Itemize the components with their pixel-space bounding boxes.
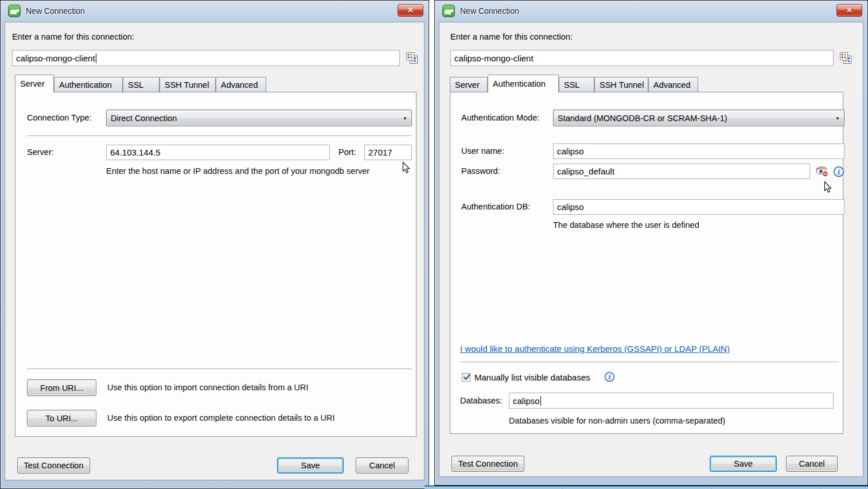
to-uri-button[interactable]: To URI... (27, 410, 96, 426)
titlebar[interactable]: New Connection ✕ (435, 1, 867, 22)
tab-ssl[interactable]: SSL (123, 77, 159, 92)
show-password-eye-icon[interactable] (814, 165, 829, 180)
tab-server[interactable]: Server (450, 77, 488, 92)
close-icon: ✕ (407, 6, 414, 14)
auth-db-value: calipso (557, 202, 584, 212)
titlebar[interactable]: New Connection ✕ (1, 1, 429, 22)
close-button[interactable]: ✕ (398, 4, 423, 17)
window-title: New Connection (460, 1, 519, 22)
test-connection-button[interactable]: Test Connection (17, 457, 90, 474)
auth-mode-select[interactable]: Standard (MONGODB-CR or SCRAM-SHA-1) ▼ (553, 110, 844, 126)
username-input[interactable]: calipso (553, 143, 844, 159)
checkmark-icon (462, 372, 472, 382)
window-title: New Connection (26, 1, 85, 22)
test-connection-button[interactable]: Test Connection (451, 456, 524, 472)
port-value: 27017 (368, 148, 392, 157)
server-label: Server: (27, 145, 54, 160)
server-help-text: Enter the host name or IP address and th… (106, 166, 369, 176)
username-label: User name: (461, 143, 504, 159)
port-input[interactable]: 27017 (364, 145, 412, 160)
password-label: Password: (461, 164, 500, 179)
authentication-tab-panel: Authentication Mode: Standard (MONGODB-C… (450, 92, 843, 434)
auth-db-input[interactable]: calipso (553, 199, 844, 215)
connection-name-value: calipso-mongo-client (454, 53, 534, 63)
port-label: Port: (338, 145, 356, 160)
chevron-down-icon: ▼ (403, 115, 407, 121)
mouse-cursor (824, 181, 832, 196)
tab-advanced[interactable]: Advanced (648, 77, 698, 92)
chevron-down-icon: ▼ (835, 115, 840, 121)
color-picker-button[interactable] (406, 52, 418, 64)
kerberos-ldap-link[interactable]: I would like to authenticate using Kerbe… (460, 344, 730, 354)
tab-advanced[interactable]: Advanced (216, 77, 266, 92)
cancel-button[interactable]: Cancel (786, 456, 838, 472)
manually-list-databases-checkbox[interactable] (462, 373, 470, 382)
new-connection-dialog-server: New Connection ✕ Enter a name for this c… (0, 0, 429, 489)
new-connection-dialog-authentication: New Connection ✕ Enter a name for this c… (434, 0, 868, 486)
svg-text:i: i (838, 168, 840, 176)
app-icon (442, 5, 455, 17)
cancel-button[interactable]: Cancel (356, 457, 408, 474)
tab-ssl[interactable]: SSL (559, 77, 594, 92)
connection-type-label: Connection Type: (27, 110, 92, 126)
connection-name-label: Enter a name for this connection: (12, 32, 134, 41)
tab-server[interactable]: Server (15, 75, 54, 92)
manually-list-databases-label: Manually list visible databases (474, 372, 590, 382)
save-button[interactable]: Save (277, 457, 344, 474)
close-icon: ✕ (846, 6, 853, 14)
databases-value: calipso (513, 396, 540, 406)
username-value: calipso (557, 146, 584, 156)
databases-info-icon[interactable]: i (604, 371, 615, 385)
server-input[interactable]: 64.103.144.5 (106, 145, 330, 160)
auth-mode-label: Authentication Mode: (461, 110, 539, 126)
to-uri-help-text: Use this option to export complete conne… (107, 410, 335, 426)
server-tab-panel: Connection Type: Direct Connection ▼ Ser… (15, 92, 417, 437)
databases-input[interactable]: calipso (509, 393, 834, 409)
tab-ssh-tunnel[interactable]: SSH Tunnel (594, 77, 648, 92)
save-button[interactable]: Save (710, 456, 777, 472)
dialog-body: Enter a name for this connection: calips… (5, 22, 425, 480)
connection-name-input[interactable]: calipso-mongo-client (12, 50, 400, 66)
server-value: 64.103.144.5 (110, 148, 161, 157)
color-picker-button[interactable] (839, 52, 852, 64)
background-window-strip (425, 486, 868, 489)
text-caret (96, 53, 97, 63)
password-info-icon[interactable]: i (833, 166, 844, 180)
app-icon (8, 5, 21, 17)
close-button[interactable]: ✕ (836, 4, 862, 17)
connection-name-input[interactable]: calipso-mongo-client (450, 50, 834, 66)
auth-db-label: Authentication DB: (461, 199, 530, 215)
mouse-cursor (402, 162, 410, 176)
auth-mode-value: Standard (MONGODB-CR or SCRAM-SHA-1) (558, 114, 727, 123)
from-uri-help-text: Use this option to import connection det… (107, 379, 309, 396)
separator (27, 368, 412, 369)
databases-help-text: Databases visible for non-admin users (c… (509, 416, 725, 425)
svg-text:i: i (609, 373, 611, 381)
tab-authentication[interactable]: Authentication (488, 75, 559, 92)
auth-db-help-text: The database where the user is defined (553, 220, 699, 230)
tab-ssh-tunnel[interactable]: SSH Tunnel (159, 77, 216, 92)
connection-type-select[interactable]: Direct Connection ▼ (106, 110, 412, 126)
password-value: calipso_default (557, 166, 614, 176)
separator (460, 362, 839, 362)
text-caret (540, 396, 542, 406)
databases-label: Databases: (460, 393, 502, 409)
dialog-body: Enter a name for this connection: calips… (439, 22, 863, 477)
connection-name-label: Enter a name for this connection: (450, 32, 573, 41)
connection-type-value: Direct Connection (111, 114, 177, 123)
separator (27, 135, 412, 136)
password-input[interactable]: calipso_default (553, 164, 810, 179)
tab-authentication[interactable]: Authentication (54, 77, 123, 92)
connection-name-value: calipso-mongo-client (16, 53, 95, 63)
from-uri-button[interactable]: From URI... (27, 379, 96, 396)
